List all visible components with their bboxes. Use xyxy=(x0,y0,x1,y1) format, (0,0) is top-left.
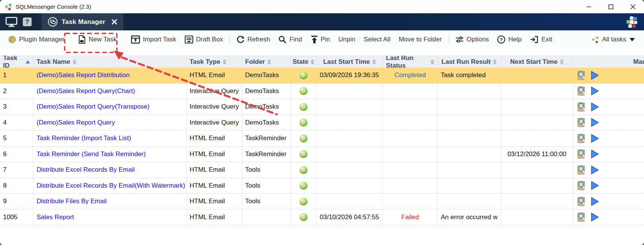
run-task-icon[interactable] xyxy=(590,134,599,143)
cell-folder: DemoTasks xyxy=(242,68,291,83)
run-task-icon[interactable] xyxy=(590,212,599,222)
help-button[interactable]: ? Help xyxy=(493,33,526,46)
close-icon xyxy=(630,4,636,9)
plugin-manager-label: Plugin Manager xyxy=(19,36,64,43)
cell-folder: Tools xyxy=(242,162,291,178)
tab-close-button[interactable] xyxy=(112,19,117,25)
task-row[interactable]: 2(Demo)Sales Report Query(Chart)Interact… xyxy=(0,84,644,100)
task-name-link[interactable]: Sales Report xyxy=(37,213,74,221)
unpin-button[interactable]: Unpin xyxy=(334,33,359,46)
minimize-button[interactable] xyxy=(578,0,600,13)
column-header-state[interactable]: State xyxy=(291,56,317,68)
view-task-icon[interactable] xyxy=(576,149,587,159)
column-header-last_result[interactable]: Last Run Result xyxy=(438,56,501,68)
task-name-link[interactable]: (Demo)Sales Report Query xyxy=(37,119,115,126)
run-task-icon[interactable] xyxy=(590,181,599,190)
quick-help-button[interactable]: ? xyxy=(23,17,32,26)
toolbar-separator xyxy=(230,35,230,44)
tab-task-manager[interactable]: Task Manager xyxy=(41,13,123,30)
new-task-button[interactable]: New Task xyxy=(74,33,121,46)
view-task-icon[interactable] xyxy=(576,165,587,175)
minimize-icon xyxy=(586,4,591,9)
close-button[interactable] xyxy=(622,0,644,13)
move-to-folder-button[interactable]: Move to Folder xyxy=(394,33,446,46)
cell-manage xyxy=(573,84,644,99)
column-header-name[interactable]: Task Name xyxy=(33,56,187,68)
import-task-button[interactable]: Import Task xyxy=(127,33,180,46)
all-tasks-icon xyxy=(591,36,599,44)
cell-last-start-time xyxy=(317,115,383,131)
state-green-orb-icon xyxy=(300,198,308,205)
cell-task-name: (Demo)Sales Report Distribution xyxy=(33,68,187,83)
find-button[interactable]: Find xyxy=(274,33,306,46)
task-name-link[interactable]: (Demo)Sales Report Distribution xyxy=(37,71,130,79)
cell-last-start-time xyxy=(317,162,383,178)
cell-folder: Tools xyxy=(242,194,291,209)
task-row[interactable]: 1(Demo)Sales Report DistributionHTML Ema… xyxy=(0,68,644,84)
task-row[interactable]: 8Distribute Excel Records By Email(With … xyxy=(0,178,644,194)
column-label: Last Start Time xyxy=(323,58,370,66)
cell-last-run-result xyxy=(438,162,501,178)
cell-last-run-result xyxy=(438,194,501,209)
task-row[interactable]: 3(Demo)Sales Report Query(Transpose)Inte… xyxy=(0,99,644,115)
options-button[interactable]: Options xyxy=(451,33,493,46)
cell-next-start-time xyxy=(501,131,573,146)
run-task-icon[interactable] xyxy=(590,118,599,127)
window-title: SQLMessenger Console (2.3) xyxy=(16,3,91,10)
task-row[interactable]: 5Task Reminder (Import Task List)HTML Em… xyxy=(0,131,644,147)
plugin-manager-button[interactable]: Plugin Manager xyxy=(4,33,69,46)
run-task-icon[interactable] xyxy=(590,71,599,80)
task-name-link[interactable]: Distribute Excel Records By Email(With W… xyxy=(37,182,185,190)
run-task-icon[interactable] xyxy=(590,149,599,159)
options-sliders-icon xyxy=(455,36,464,43)
view-task-icon[interactable] xyxy=(576,86,587,96)
cell-last-run-status xyxy=(383,147,438,162)
view-task-icon[interactable] xyxy=(576,117,587,128)
view-task-icon[interactable] xyxy=(576,212,587,222)
task-name-link[interactable]: Distribute Files By Email xyxy=(37,198,107,205)
cell-task-name: (Demo)Sales Report Query(Transpose) xyxy=(33,99,187,115)
run-task-icon[interactable] xyxy=(590,102,599,112)
column-header-manage[interactable]: Manage xyxy=(573,56,644,68)
task-filter-dropdown[interactable]: All tasks xyxy=(586,36,640,44)
run-task-icon[interactable] xyxy=(590,197,599,206)
refresh-icon xyxy=(236,35,245,44)
column-header-id[interactable]: Task ID xyxy=(0,56,33,68)
pin-button[interactable]: Pin xyxy=(306,33,335,46)
task-row[interactable]: 1005Sales ReportHTML Email03/10/2026 04:… xyxy=(0,210,644,226)
task-row[interactable]: 4(Demo)Sales Report QueryInteractive Que… xyxy=(0,115,644,131)
task-name-link[interactable]: Distribute Excel Records By Email xyxy=(37,166,135,174)
column-header-folder[interactable]: Folder xyxy=(242,56,291,68)
exit-button[interactable]: Exit xyxy=(526,33,556,46)
task-name-link[interactable]: Task Reminder (Send Task Reminder) xyxy=(37,150,146,158)
task-name-link[interactable]: (Demo)Sales Report Query(Transpose) xyxy=(37,103,150,111)
cell-manage xyxy=(573,210,644,225)
draft-box-button[interactable]: Draft Box xyxy=(180,33,227,46)
task-name-link[interactable]: (Demo)Sales Report Query(Chart) xyxy=(37,87,135,95)
view-task-icon[interactable] xyxy=(576,70,587,81)
run-task-icon[interactable] xyxy=(590,165,599,175)
cell-state xyxy=(291,131,317,146)
refresh-button[interactable]: Refresh xyxy=(232,33,274,46)
column-header-type[interactable]: Task Type xyxy=(187,56,242,68)
select-all-button[interactable]: Select All xyxy=(360,33,395,46)
run-task-icon[interactable] xyxy=(590,86,599,96)
column-header-next_start[interactable]: Next Start Time xyxy=(501,56,573,68)
column-header-last_status[interactable]: Last Run Status xyxy=(383,56,438,68)
view-task-icon[interactable] xyxy=(576,102,587,112)
column-header-last_start[interactable]: Last Start Time xyxy=(317,56,383,68)
task-row[interactable]: 9Distribute Files By EmailHTML EmailTool… xyxy=(0,194,644,210)
view-task-icon[interactable] xyxy=(576,133,587,144)
column-label: Task ID xyxy=(3,56,23,68)
view-task-icon[interactable] xyxy=(576,180,587,191)
maximize-button[interactable] xyxy=(600,0,622,13)
task-manager-tab-icon xyxy=(48,17,58,27)
tab-bar: ? Task Manager xyxy=(0,13,644,30)
task-row[interactable]: 6Task Reminder (Send Task Reminder)HTML … xyxy=(0,147,644,163)
task-row[interactable]: 7Distribute Excel Records By EmailHTML E… xyxy=(0,162,644,178)
monitor-icon xyxy=(5,17,18,27)
view-task-icon[interactable] xyxy=(576,196,587,207)
sqlmessenger-logo-icon xyxy=(625,15,639,29)
task-name-link[interactable]: Task Reminder (Import Task List) xyxy=(37,134,131,142)
console-home-button[interactable] xyxy=(5,17,18,27)
